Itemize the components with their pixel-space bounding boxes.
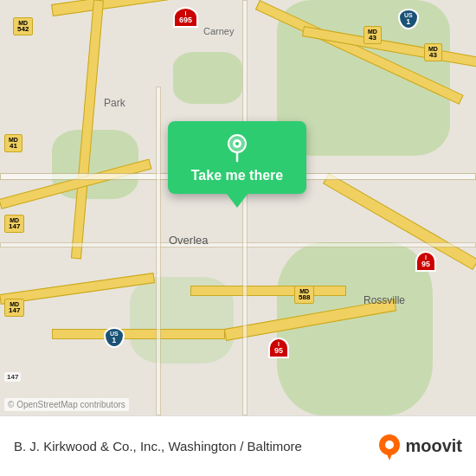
location-popup[interactable]: Take me there: [168, 121, 306, 208]
company-name: B. J. Kirkwood & Co., Inc., Washington /…: [14, 439, 302, 453]
i695-shield: I 695: [173, 7, 198, 28]
md-542-shield: MD 542: [13, 17, 33, 35]
md-588-shield: MD 588: [294, 286, 314, 304]
svg-point-2: [235, 142, 239, 145]
moovit-text: moovit: [405, 436, 462, 456]
md-147-shield-2: MD 147: [4, 299, 24, 317]
rossville-label: Rossville: [363, 294, 405, 306]
map-attribution: © OpenStreetMap contributors: [4, 398, 129, 411]
popup-tail: [227, 194, 248, 208]
carney-label: Carney: [203, 26, 234, 36]
svg-marker-5: [386, 452, 393, 460]
popup-label: Take me there: [191, 168, 283, 183]
i95-shield-2: I 95: [268, 338, 289, 358]
md-147-shield-1: MD 147: [4, 215, 24, 233]
md-43-shield-2: MD 43: [424, 43, 442, 61]
road-147-label: 147: [4, 372, 21, 382]
map: MD 542 I 695 US 1 MD 41 MD 43 MD 43 MD 1…: [0, 0, 476, 415]
popup-bubble[interactable]: Take me there: [168, 121, 306, 194]
svg-point-4: [385, 441, 394, 449]
overlea-label: Overlea: [169, 234, 209, 247]
location-pin-icon: [222, 132, 253, 163]
park-label: Park: [104, 97, 125, 109]
md-43-shield-1: MD 43: [363, 26, 382, 44]
moovit-logo: moovit: [377, 433, 462, 460]
company-info: B. J. Kirkwood & Co., Inc., Washington /…: [14, 439, 302, 453]
md-41-shield: MD 41: [4, 134, 23, 152]
i95-shield-1: I 95: [415, 251, 436, 272]
moovit-icon: [377, 433, 402, 460]
bottom-bar: B. J. Kirkwood & Co., Inc., Washington /…: [0, 415, 476, 476]
